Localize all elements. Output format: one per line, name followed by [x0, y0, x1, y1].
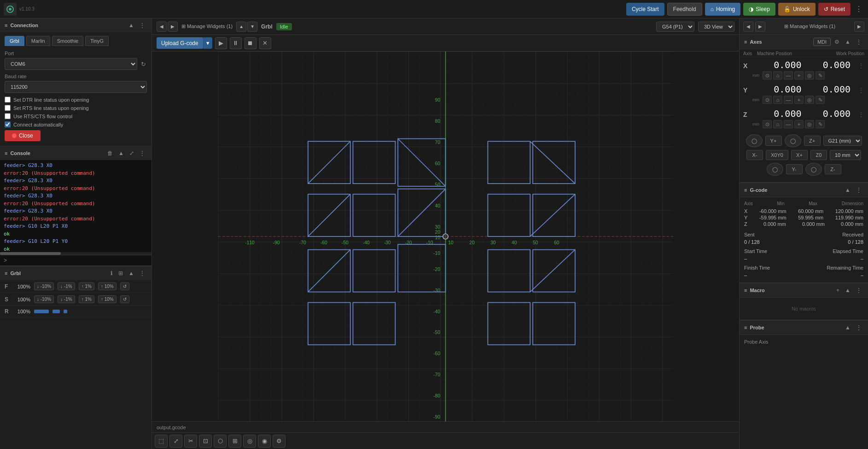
right-panel-right-arrow[interactable]: ▶	[755, 22, 765, 32]
console-collapse-button[interactable]: ▲	[117, 149, 126, 157]
probe-collapse-button[interactable]: ▲	[843, 323, 852, 332]
spindle-plus1-button[interactable]: ↑ 1%	[79, 295, 94, 303]
jog-z-minus-button[interactable]: Z-	[825, 164, 841, 174]
jog-x-plus-button[interactable]: X+	[791, 150, 808, 160]
feed-plus10-button[interactable]: ↑ 10%	[98, 282, 117, 290]
gcode-info-collapse-button[interactable]: ▲	[843, 186, 852, 194]
tool-cut-button[interactable]: ✂	[184, 435, 197, 448]
more-options-button[interactable]: ⋮	[853, 3, 864, 15]
x-minus-button[interactable]: —	[784, 71, 793, 80]
gcode-info-menu-button[interactable]: ⋮	[854, 186, 863, 194]
manage-widgets-right-button[interactable]: ⊞ Manage Widgets (1)	[784, 23, 835, 29]
x-target-button[interactable]: ◎	[805, 71, 814, 80]
tool-settings-button[interactable]: ⚙	[273, 435, 285, 448]
right-panel-left-arrow[interactable]: ◀	[743, 22, 753, 32]
unlock-button[interactable]: 🔓 Unlock	[778, 3, 816, 16]
tool-box-button[interactable]: ⊡	[199, 435, 212, 448]
z-minus-button[interactable]: —	[784, 120, 793, 128]
x-axis-more-button[interactable]: ⋮	[858, 62, 864, 69]
y-minus-button[interactable]: —	[784, 96, 793, 104]
visualizer-canvas[interactable]: -110 -90 -70 -60 -50 -40 -30 -20 -10 10 …	[152, 52, 739, 421]
jog-y-plus-button[interactable]: Y+	[765, 136, 782, 146]
axes-settings-button[interactable]: ⚙	[833, 38, 841, 46]
mdi-button[interactable]: MDI	[813, 38, 831, 46]
macro-add-button[interactable]: +	[834, 286, 841, 294]
connection-menu-button[interactable]: ⋮	[138, 21, 147, 29]
y-plus-button[interactable]: +	[794, 96, 804, 104]
tool-move-button[interactable]: ⤢	[169, 435, 182, 448]
z-home-button[interactable]: ⌂	[773, 120, 782, 128]
axes-menu-button[interactable]: ⋮	[854, 38, 863, 46]
console-menu-button[interactable]: ⋮	[138, 149, 147, 157]
x-zero-button[interactable]: ⊙	[763, 71, 772, 80]
x-edit-button[interactable]: ✎	[816, 71, 825, 80]
feedhold-button[interactable]: Feedhold	[667, 3, 702, 16]
tool-target-button[interactable]: ◎	[243, 435, 256, 448]
y-target-button[interactable]: ◎	[805, 96, 814, 104]
z-axis-more-button[interactable]: ⋮	[858, 111, 864, 118]
baud-select[interactable]: 115200	[5, 81, 147, 93]
jog-circle-right-button[interactable]: ◯	[785, 134, 801, 147]
dtr-checkbox[interactable]	[5, 97, 11, 103]
console-expand-button[interactable]: ⤢	[128, 149, 136, 157]
right-panel-expand-button[interactable]: ▶	[854, 22, 864, 32]
port-select[interactable]: COM6	[5, 58, 137, 70]
flow-checkbox[interactable]	[5, 113, 11, 119]
z-target-button[interactable]: ◎	[805, 120, 814, 128]
rapid-bar-100[interactable]	[34, 310, 49, 313]
console-input[interactable]	[9, 258, 148, 264]
cycle-start-button[interactable]: Cycle Start	[626, 3, 664, 16]
probe-menu-button[interactable]: ⋮	[854, 323, 863, 332]
stop-button[interactable]: ⏹	[245, 37, 256, 49]
tool-select-button[interactable]: ⬚	[155, 435, 168, 448]
z-edit-button[interactable]: ✎	[816, 120, 825, 128]
rts-checkbox[interactable]	[5, 105, 11, 111]
jog-circle-bl-button[interactable]: ◯	[767, 163, 783, 176]
y-zero-button[interactable]: ⊙	[763, 96, 772, 104]
homing-button[interactable]: ⌂ Homing	[705, 3, 741, 16]
feed-minus1-button[interactable]: ↓ -1%	[58, 282, 75, 290]
axes-collapse-button[interactable]: ▲	[843, 38, 852, 46]
jog-circle-br-button[interactable]: ◯	[805, 163, 822, 176]
grbl-menu-button[interactable]: ⋮	[138, 269, 147, 277]
jog-x-minus-button[interactable]: X-	[746, 150, 763, 160]
panel-right-collapse-button[interactable]: ▶	[168, 22, 178, 32]
tool-3d-button[interactable]: ⬡	[214, 435, 227, 448]
grbl-info-button[interactable]: ℹ	[109, 269, 115, 277]
close-connection-button[interactable]: Close	[5, 130, 41, 141]
upload-gcode-dropdown-button[interactable]: ▾	[203, 37, 212, 49]
y-axis-more-button[interactable]: ⋮	[858, 86, 864, 94]
jog-step-select[interactable]: 10 mm	[830, 150, 861, 160]
spindle-minus1-button[interactable]: ↓ -1%	[58, 295, 75, 303]
viz-collapse-down-button[interactable]: ▼	[247, 22, 257, 32]
pause-button[interactable]: ⏸	[230, 37, 242, 49]
tool-circle-button[interactable]: ◉	[258, 435, 271, 448]
feed-plus1-button[interactable]: ↑ 1%	[79, 282, 94, 290]
port-refresh-button[interactable]: ↻	[140, 60, 147, 69]
close-file-button[interactable]: ✕	[259, 37, 271, 49]
grbl-grid-button[interactable]: ⊞	[117, 269, 125, 277]
x-plus-button[interactable]: +	[794, 71, 804, 80]
manage-widgets-center-button[interactable]: ⊞ Manage Widgets (1)	[181, 23, 233, 29]
tab-marlin[interactable]: Marlin	[26, 36, 50, 46]
jog-z-plus-button[interactable]: Z+	[804, 136, 821, 146]
play-button[interactable]: ▶	[215, 37, 227, 49]
feed-reset-button[interactable]: ↺	[120, 282, 129, 290]
panel-left-collapse-button[interactable]: ◀	[157, 22, 167, 32]
z-zero-button[interactable]: ⊙	[763, 120, 772, 128]
jog-circle-left-button[interactable]: ◯	[746, 134, 763, 147]
rapid-bar-50[interactable]	[52, 310, 60, 313]
jog-unit-select[interactable]: G21 (mm)	[823, 136, 862, 146]
tab-tinyg[interactable]: TinyG	[85, 36, 109, 46]
sleep-button[interactable]: ◑ Sleep	[743, 3, 775, 16]
tab-smoothie[interactable]: Smoothie	[52, 36, 83, 46]
tool-arrange-button[interactable]: ⊞	[228, 435, 241, 448]
spindle-reset-button[interactable]: ↺	[120, 295, 129, 303]
view-mode-select[interactable]: 3D View	[698, 22, 734, 32]
spindle-plus10-button[interactable]: ↑ 10%	[98, 295, 117, 303]
jog-z0-button[interactable]: Z0	[810, 150, 827, 160]
macro-menu-button[interactable]: ⋮	[854, 286, 863, 294]
auto-connect-checkbox[interactable]	[5, 121, 11, 127]
connection-collapse-button[interactable]: ▲	[127, 21, 136, 29]
rapid-bar-25[interactable]	[64, 310, 67, 313]
